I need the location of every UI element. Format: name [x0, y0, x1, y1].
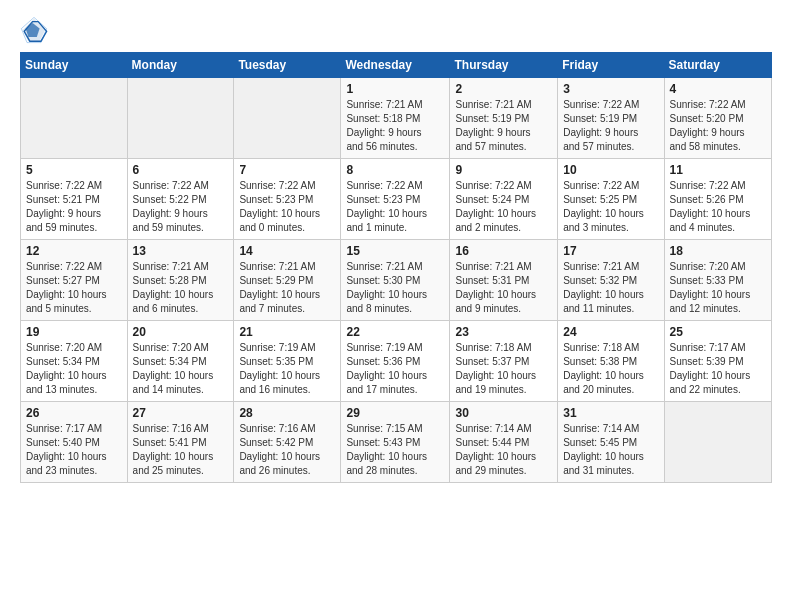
weekday-tuesday: Tuesday	[234, 53, 341, 78]
day-number: 1	[346, 82, 444, 96]
day-cell: 30Sunrise: 7:14 AM Sunset: 5:44 PM Dayli…	[450, 402, 558, 483]
day-cell: 28Sunrise: 7:16 AM Sunset: 5:42 PM Dayli…	[234, 402, 341, 483]
day-cell: 12Sunrise: 7:22 AM Sunset: 5:27 PM Dayli…	[21, 240, 128, 321]
day-number: 8	[346, 163, 444, 177]
day-number: 7	[239, 163, 335, 177]
day-info: Sunrise: 7:15 AM Sunset: 5:43 PM Dayligh…	[346, 422, 444, 478]
day-cell: 25Sunrise: 7:17 AM Sunset: 5:39 PM Dayli…	[664, 321, 771, 402]
day-number: 23	[455, 325, 552, 339]
day-cell: 22Sunrise: 7:19 AM Sunset: 5:36 PM Dayli…	[341, 321, 450, 402]
day-cell: 14Sunrise: 7:21 AM Sunset: 5:29 PM Dayli…	[234, 240, 341, 321]
day-number: 10	[563, 163, 658, 177]
day-number: 2	[455, 82, 552, 96]
day-number: 21	[239, 325, 335, 339]
day-cell	[127, 78, 234, 159]
day-info: Sunrise: 7:22 AM Sunset: 5:24 PM Dayligh…	[455, 179, 552, 235]
day-info: Sunrise: 7:17 AM Sunset: 5:40 PM Dayligh…	[26, 422, 122, 478]
day-number: 26	[26, 406, 122, 420]
logo	[20, 16, 52, 44]
weekday-wednesday: Wednesday	[341, 53, 450, 78]
day-cell: 13Sunrise: 7:21 AM Sunset: 5:28 PM Dayli…	[127, 240, 234, 321]
day-number: 4	[670, 82, 766, 96]
day-info: Sunrise: 7:22 AM Sunset: 5:26 PM Dayligh…	[670, 179, 766, 235]
day-number: 17	[563, 244, 658, 258]
day-cell: 24Sunrise: 7:18 AM Sunset: 5:38 PM Dayli…	[558, 321, 664, 402]
day-cell: 20Sunrise: 7:20 AM Sunset: 5:34 PM Dayli…	[127, 321, 234, 402]
day-info: Sunrise: 7:21 AM Sunset: 5:32 PM Dayligh…	[563, 260, 658, 316]
calendar-body: 1Sunrise: 7:21 AM Sunset: 5:18 PM Daylig…	[21, 78, 772, 483]
day-info: Sunrise: 7:22 AM Sunset: 5:22 PM Dayligh…	[133, 179, 229, 235]
day-info: Sunrise: 7:18 AM Sunset: 5:38 PM Dayligh…	[563, 341, 658, 397]
day-cell: 6Sunrise: 7:22 AM Sunset: 5:22 PM Daylig…	[127, 159, 234, 240]
day-cell: 10Sunrise: 7:22 AM Sunset: 5:25 PM Dayli…	[558, 159, 664, 240]
day-info: Sunrise: 7:21 AM Sunset: 5:28 PM Dayligh…	[133, 260, 229, 316]
weekday-friday: Friday	[558, 53, 664, 78]
day-number: 12	[26, 244, 122, 258]
week-row-4: 19Sunrise: 7:20 AM Sunset: 5:34 PM Dayli…	[21, 321, 772, 402]
day-number: 5	[26, 163, 122, 177]
day-number: 6	[133, 163, 229, 177]
day-number: 18	[670, 244, 766, 258]
day-cell: 2Sunrise: 7:21 AM Sunset: 5:19 PM Daylig…	[450, 78, 558, 159]
day-info: Sunrise: 7:20 AM Sunset: 5:34 PM Dayligh…	[26, 341, 122, 397]
day-info: Sunrise: 7:21 AM Sunset: 5:18 PM Dayligh…	[346, 98, 444, 154]
day-cell: 3Sunrise: 7:22 AM Sunset: 5:19 PM Daylig…	[558, 78, 664, 159]
day-cell: 11Sunrise: 7:22 AM Sunset: 5:26 PM Dayli…	[664, 159, 771, 240]
day-cell: 9Sunrise: 7:22 AM Sunset: 5:24 PM Daylig…	[450, 159, 558, 240]
day-number: 19	[26, 325, 122, 339]
day-cell: 26Sunrise: 7:17 AM Sunset: 5:40 PM Dayli…	[21, 402, 128, 483]
weekday-header-row: SundayMondayTuesdayWednesdayThursdayFrid…	[21, 53, 772, 78]
day-info: Sunrise: 7:22 AM Sunset: 5:25 PM Dayligh…	[563, 179, 658, 235]
day-info: Sunrise: 7:21 AM Sunset: 5:29 PM Dayligh…	[239, 260, 335, 316]
day-info: Sunrise: 7:16 AM Sunset: 5:41 PM Dayligh…	[133, 422, 229, 478]
day-cell	[21, 78, 128, 159]
day-number: 22	[346, 325, 444, 339]
day-info: Sunrise: 7:14 AM Sunset: 5:44 PM Dayligh…	[455, 422, 552, 478]
day-cell: 18Sunrise: 7:20 AM Sunset: 5:33 PM Dayli…	[664, 240, 771, 321]
day-cell: 8Sunrise: 7:22 AM Sunset: 5:23 PM Daylig…	[341, 159, 450, 240]
day-cell	[664, 402, 771, 483]
day-info: Sunrise: 7:21 AM Sunset: 5:31 PM Dayligh…	[455, 260, 552, 316]
week-row-1: 1Sunrise: 7:21 AM Sunset: 5:18 PM Daylig…	[21, 78, 772, 159]
day-cell	[234, 78, 341, 159]
day-info: Sunrise: 7:19 AM Sunset: 5:35 PM Dayligh…	[239, 341, 335, 397]
day-info: Sunrise: 7:19 AM Sunset: 5:36 PM Dayligh…	[346, 341, 444, 397]
day-cell: 15Sunrise: 7:21 AM Sunset: 5:30 PM Dayli…	[341, 240, 450, 321]
day-number: 30	[455, 406, 552, 420]
day-info: Sunrise: 7:21 AM Sunset: 5:30 PM Dayligh…	[346, 260, 444, 316]
week-row-2: 5Sunrise: 7:22 AM Sunset: 5:21 PM Daylig…	[21, 159, 772, 240]
day-cell: 1Sunrise: 7:21 AM Sunset: 5:18 PM Daylig…	[341, 78, 450, 159]
day-cell: 16Sunrise: 7:21 AM Sunset: 5:31 PM Dayli…	[450, 240, 558, 321]
day-info: Sunrise: 7:17 AM Sunset: 5:39 PM Dayligh…	[670, 341, 766, 397]
day-number: 28	[239, 406, 335, 420]
day-info: Sunrise: 7:16 AM Sunset: 5:42 PM Dayligh…	[239, 422, 335, 478]
day-cell: 27Sunrise: 7:16 AM Sunset: 5:41 PM Dayli…	[127, 402, 234, 483]
day-cell: 31Sunrise: 7:14 AM Sunset: 5:45 PM Dayli…	[558, 402, 664, 483]
day-cell: 21Sunrise: 7:19 AM Sunset: 5:35 PM Dayli…	[234, 321, 341, 402]
day-info: Sunrise: 7:21 AM Sunset: 5:19 PM Dayligh…	[455, 98, 552, 154]
weekday-thursday: Thursday	[450, 53, 558, 78]
day-info: Sunrise: 7:22 AM Sunset: 5:23 PM Dayligh…	[346, 179, 444, 235]
day-info: Sunrise: 7:22 AM Sunset: 5:19 PM Dayligh…	[563, 98, 658, 154]
day-number: 24	[563, 325, 658, 339]
day-number: 16	[455, 244, 552, 258]
day-number: 25	[670, 325, 766, 339]
day-cell: 5Sunrise: 7:22 AM Sunset: 5:21 PM Daylig…	[21, 159, 128, 240]
week-row-3: 12Sunrise: 7:22 AM Sunset: 5:27 PM Dayli…	[21, 240, 772, 321]
day-number: 29	[346, 406, 444, 420]
page: SundayMondayTuesdayWednesdayThursdayFrid…	[0, 0, 792, 612]
weekday-sunday: Sunday	[21, 53, 128, 78]
day-number: 9	[455, 163, 552, 177]
day-info: Sunrise: 7:20 AM Sunset: 5:34 PM Dayligh…	[133, 341, 229, 397]
day-cell: 29Sunrise: 7:15 AM Sunset: 5:43 PM Dayli…	[341, 402, 450, 483]
day-info: Sunrise: 7:22 AM Sunset: 5:20 PM Dayligh…	[670, 98, 766, 154]
day-number: 3	[563, 82, 658, 96]
week-row-5: 26Sunrise: 7:17 AM Sunset: 5:40 PM Dayli…	[21, 402, 772, 483]
day-info: Sunrise: 7:22 AM Sunset: 5:23 PM Dayligh…	[239, 179, 335, 235]
day-cell: 7Sunrise: 7:22 AM Sunset: 5:23 PM Daylig…	[234, 159, 341, 240]
day-info: Sunrise: 7:22 AM Sunset: 5:21 PM Dayligh…	[26, 179, 122, 235]
day-number: 11	[670, 163, 766, 177]
day-info: Sunrise: 7:14 AM Sunset: 5:45 PM Dayligh…	[563, 422, 658, 478]
day-number: 13	[133, 244, 229, 258]
calendar-table: SundayMondayTuesdayWednesdayThursdayFrid…	[20, 52, 772, 483]
